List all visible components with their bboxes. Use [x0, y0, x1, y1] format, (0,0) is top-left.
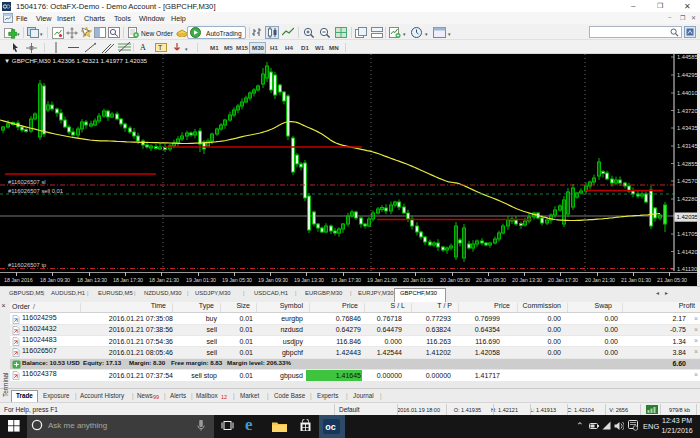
svg-text:1.42570: 1.42570 — [677, 178, 698, 184]
svg-text:#116026507 tp: #116026507 tp — [8, 262, 46, 268]
svg-text:1.44295: 1.44295 — [677, 72, 698, 78]
svg-text:1.44585: 1.44585 — [677, 54, 698, 60]
svg-text:1.43720: 1.43720 — [677, 108, 698, 114]
svg-text:1.41420: 1.41420 — [677, 249, 698, 255]
svg-text:1.43435: 1.43435 — [677, 125, 698, 131]
svg-text:1.43145: 1.43145 — [677, 143, 698, 149]
svg-text:T: T — [158, 44, 163, 51]
svg-text:1.41705: 1.41705 — [677, 231, 698, 237]
svg-text:1.42855: 1.42855 — [677, 161, 698, 167]
svg-text:oc: oc — [325, 422, 336, 432]
svg-text:1.42280: 1.42280 — [677, 196, 698, 202]
svg-text:#116026507 sl: #116026507 sl — [8, 179, 46, 185]
svg-text:1.44010: 1.44010 — [677, 90, 698, 96]
svg-text:#116026507 sell 0.01: #116026507 sell 0.01 — [8, 188, 63, 194]
svg-text:▼ GBPCHF,M30 1.42306 1.42321: ▼ GBPCHF,M30 1.42306 1.42321 1.41977 1.4… — [4, 57, 148, 64]
svg-text:1.42035: 1.42035 — [677, 214, 699, 220]
svg-text:Terminal: Terminal — [2, 372, 9, 397]
